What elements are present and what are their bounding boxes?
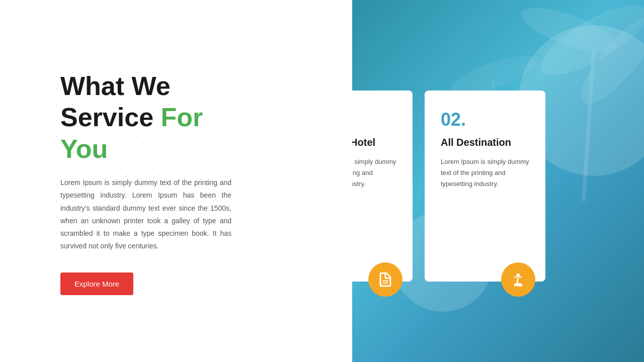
island-icon [510, 271, 527, 288]
explore-more-button[interactable]: Explore More [60, 273, 133, 295]
heading-line1: What We [60, 71, 171, 101]
heading-line3: For [161, 103, 203, 132]
card-1-number: 01. [352, 111, 396, 129]
service-card-2: 02. All Destination Lorem Ipsum is simpl… [425, 90, 545, 282]
card-2-icon [501, 262, 535, 297]
card-1-title: Voucher Hotel [352, 137, 396, 148]
left-panel: What We Service For You Lorem Ipsum is s… [0, 0, 352, 362]
right-panel: 01. Voucher Hotel Lorem Ipsum is simply … [352, 0, 644, 362]
card-2-text: Lorem Ipsum is simply dummy text of the … [441, 156, 529, 190]
svg-rect-7 [382, 283, 388, 284]
document-icon [377, 271, 394, 288]
body-text: Lorem Ipsum is simply dummy text of the … [60, 176, 231, 252]
card-1-text: Lorem Ipsum is simply dummy text of the … [352, 156, 396, 190]
svg-rect-6 [382, 280, 388, 281]
main-heading: What We Service For You [60, 70, 322, 164]
card-1-icon [368, 262, 403, 297]
card-2-number: 02. [441, 111, 529, 129]
cards-container: 01. Voucher Hotel Lorem Ipsum is simply … [352, 90, 545, 282]
heading-line2: Service [60, 103, 161, 132]
service-card-1: 01. Voucher Hotel Lorem Ipsum is simply … [352, 90, 413, 282]
svg-line-3 [584, 50, 594, 201]
card-2-title: All Destination [441, 137, 529, 148]
heading-line4: You [60, 134, 108, 163]
